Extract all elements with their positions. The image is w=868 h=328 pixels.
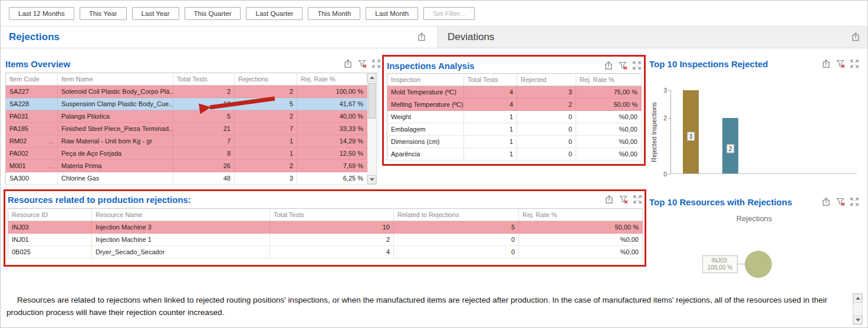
inspections-table-row[interactable]: Weight 1 0 %0,00 — [387, 111, 642, 123]
filter-button[interactable]: Last Quarter — [246, 7, 303, 20]
clear-filter-icon[interactable] — [836, 59, 845, 68]
col-total-tests[interactable]: Total Tests — [173, 73, 235, 86]
filter-button[interactable]: Last 12 Months — [9, 7, 74, 20]
filter-button[interactable]: This Month — [308, 7, 360, 20]
items-table-row[interactable]: SA227 Solenoid Coil Plastic Body_Corpo P… — [6, 86, 367, 98]
inspections-table-row[interactable]: Mold Temperature (ºC) 4 3 75,00 % — [387, 86, 642, 99]
footer-scrollbar[interactable] — [853, 293, 863, 325]
scroll-up-button[interactable] — [853, 294, 862, 303]
tab-rejections[interactable]: Rejections — [9, 31, 60, 43]
scroll-down-button[interactable] — [367, 175, 376, 184]
col-rej-rate[interactable]: Rej. Rate % — [297, 73, 367, 86]
item-name-cell: Chlorine Gas — [58, 172, 173, 185]
clear-filter-icon[interactable] — [357, 59, 367, 68]
tab-deviations[interactable]: Deviations — [438, 27, 867, 48]
filter-button[interactable]: This Quarter — [185, 7, 241, 20]
resources-table-body: INJ03 Injection Machine 3 10 5 50,00 % I… — [8, 221, 643, 258]
rejected-cell: 0 — [517, 136, 576, 148]
resource-name-cell: Injection Machine 3 — [92, 221, 270, 234]
filter-button-group: Last 12 Months This Year Last Year This … — [9, 7, 418, 20]
inspections-table-row[interactable]: Dimensions (cm) 1 0 %0,00 — [387, 136, 642, 148]
clear-filter-icon[interactable] — [619, 195, 628, 204]
item-name-cell: Finished Steel Piece_Pieza Terminad... — [58, 123, 173, 135]
total-tests-cell: 5 — [173, 110, 235, 123]
item-name-cell: Materia Prima — [58, 160, 173, 172]
col-item-name[interactable]: Item Name — [58, 73, 173, 86]
items-table-row[interactable]: PA185 Finished Steel Piece_Pieza Termina… — [6, 123, 367, 135]
scroll-track[interactable] — [853, 303, 862, 316]
inspections-table-row[interactable]: Aparência 1 0 %0,00 — [387, 148, 642, 160]
items-table-row[interactable]: M001... Materia Prima 26 2 7,69 % — [6, 160, 367, 172]
total-tests-cell: 4 — [270, 246, 394, 258]
export-icon[interactable] — [821, 197, 831, 206]
col-rejections[interactable]: Rejections — [235, 73, 297, 86]
col-item-code[interactable]: Item Code — [6, 73, 58, 86]
rejections-cell: 5 — [235, 98, 297, 110]
set-filter-button[interactable]: Set Filter... — [423, 7, 475, 20]
scroll-down-button[interactable] — [853, 316, 862, 324]
bar-series-1[interactable]: 2 — [722, 118, 738, 173]
items-header-row: Item Code Item Name Total Tests Rejectio… — [6, 73, 367, 86]
col-related-rejections[interactable]: Related to Rejections — [394, 209, 519, 221]
export-icon[interactable] — [851, 32, 860, 41]
export-icon[interactable] — [417, 32, 426, 41]
maximize-icon[interactable] — [371, 59, 381, 68]
export-icon[interactable] — [604, 195, 614, 204]
items-table-row[interactable]: PA002 Peça de Aço Forjada 8 1 12,50 % — [6, 147, 367, 160]
inspection-cell: Melting Temperature (ºC) — [387, 99, 464, 111]
top10-inspections-title: Top 10 Inspections Rejected — [649, 59, 768, 69]
rej-rate-cell: 50,00 % — [519, 221, 643, 234]
items-overview-title: Items Overview — [5, 59, 70, 69]
pie-callout-label: INJ03: — [703, 257, 737, 264]
maximize-icon[interactable] — [850, 197, 859, 206]
total-tests-cell: 8 — [173, 147, 235, 160]
col-resource-id[interactable]: Resource ID — [8, 209, 92, 221]
col-rej-rate[interactable]: Rej. Rate % — [519, 209, 643, 221]
maximize-icon[interactable] — [633, 195, 642, 204]
inspection-cell: Mold Temperature (ºC) — [387, 86, 464, 99]
scroll-track[interactable] — [367, 82, 376, 175]
rejections-cell: 7 — [235, 123, 297, 135]
items-table-row[interactable]: SA300 Chlorine Gas 48 3 6,25 % — [6, 172, 367, 185]
pie-callout: INJ03: 100,00 % — [702, 255, 738, 273]
date-filter-toolbar: Last 12 Months This Year Last Year This … — [1, 1, 867, 27]
rej-rate-cell: 14,29 % — [297, 135, 367, 147]
rej-rate-cell: 40,00 % — [297, 110, 367, 123]
col-resource-name[interactable]: Resource Name — [92, 209, 270, 221]
export-icon[interactable] — [343, 59, 353, 68]
items-table-row[interactable]: SA228 Suspension Clamp Plastic Body_Cue.… — [6, 98, 367, 110]
item-name-cell: Solenoid Coil Plastic Body_Corpo Plá... — [58, 86, 173, 98]
filter-button[interactable]: Last Month — [366, 7, 418, 20]
col-rej-rate[interactable]: Rej. Rate % — [576, 74, 642, 86]
export-icon[interactable] — [821, 59, 831, 68]
clear-filter-icon[interactable] — [618, 61, 627, 70]
export-icon[interactable] — [604, 61, 613, 70]
resources-table-row[interactable]: INJ03 Injection Machine 3 10 5 50,00 % — [8, 221, 643, 234]
inspections-analysis-title: Inspections Analysis — [387, 61, 475, 71]
total-tests-cell: 48 — [173, 172, 235, 185]
items-table-row[interactable]: RM02... Raw Material - Unit bom Kg - gr … — [6, 135, 367, 147]
pie-slice-inj03[interactable] — [745, 251, 772, 278]
items-scrollbar[interactable] — [367, 73, 377, 185]
bar-plot: 32 — [670, 90, 857, 174]
scroll-thumb[interactable] — [368, 83, 376, 119]
items-table-row[interactable]: PA031 Palanga Plástica 5 2 40,00 % — [6, 110, 367, 123]
maximize-icon[interactable] — [632, 61, 642, 70]
scroll-up-button[interactable] — [367, 73, 376, 82]
resources-table-row[interactable]: 0B025 Dryer_Secado_Secador 4 0 %0,00 — [8, 246, 643, 258]
rej-rate-cell: %0,00 — [576, 136, 642, 148]
inspections-table-row[interactable]: Embalagem 1 0 %0,00 — [387, 123, 642, 136]
bar-series-0[interactable]: 3 — [683, 90, 699, 173]
clear-filter-icon[interactable] — [836, 197, 845, 206]
resource-id-cell: 0B025 — [8, 246, 92, 258]
top10-resources-title: Top 10 Resources with Rejections — [649, 197, 792, 207]
resources-table-row[interactable]: INJ01 Injection Machine 1 2 0 %0,00 — [8, 234, 643, 246]
filter-button[interactable]: This Year — [80, 7, 127, 20]
col-inspection[interactable]: Inspection — [387, 74, 464, 86]
col-total-tests[interactable]: Total Tests — [464, 74, 517, 86]
maximize-icon[interactable] — [850, 59, 859, 68]
col-rejected[interactable]: Rejected — [517, 74, 576, 86]
filter-button[interactable]: Last Year — [132, 7, 179, 20]
col-total-tests[interactable]: Total Tests — [270, 209, 394, 221]
inspections-table-row[interactable]: Melting Temperature (ºC) 4 2 50,00 % — [387, 99, 642, 111]
